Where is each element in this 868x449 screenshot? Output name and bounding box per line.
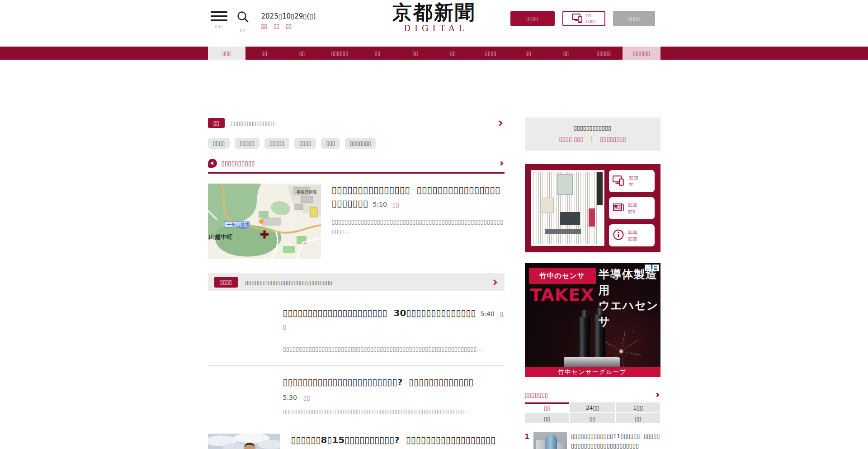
svg-text:山越中町: 山越中町 bbox=[209, 233, 232, 240]
chevron-right-icon bbox=[497, 120, 503, 126]
nav-item-6[interactable]: ▯▯ bbox=[396, 47, 434, 60]
nav-item-member[interactable]: ▯▯▯▯▯▯ bbox=[623, 47, 660, 60]
tag-chip-4[interactable]: ▯▯▯▯ bbox=[294, 138, 316, 149]
logo-subtitle: DIGITAL bbox=[392, 24, 476, 33]
ranking-tab-cat3[interactable]: ▯▯ bbox=[616, 413, 660, 423]
date-block: 2025▯10▯29▯(▯) ▯▯ ▯▯ ▯▯ bbox=[261, 12, 316, 29]
article-3-excerpt: ▯▯▯▯▯▯▯▯▯▯▯▯▯▯▯▯▯▯▯▯▯▯▯▯▯▯▯▯▯▯▯▯▯▯▯▯▯▯▯▯… bbox=[283, 406, 505, 416]
ranking-item-1[interactable]: 1 ▯▯▯▯▯▯▯▯▯▯▯▯▯11▯▯▯▯▯▯ ▯▯▯▯▯▯▯▯▯▯▯▯▯▯▯▯… bbox=[525, 432, 660, 449]
ad-brand-logo: TAKEX bbox=[529, 285, 596, 305]
takex-ad[interactable]: 竹中のセンサ TAKEX 半導体製造用 ウエハセンサ ⓘ 竹中センサーグループ bbox=[525, 263, 660, 377]
article-2-title[interactable]: ▯▯▯▯▯▯▯▯▯▯▯▯▯▯▯▯▯▯▯▯▯ 30▯▯▯▯▯▯▯▯▯▯▯▯▯▯5:… bbox=[283, 307, 505, 332]
ranking-number: 1 bbox=[525, 432, 529, 449]
info-panel-button[interactable]: ▯▯▯▯▯▯▯▯ bbox=[609, 224, 655, 246]
nav-item-10[interactable]: ▯▯ bbox=[547, 47, 585, 60]
ranking-tabs: ▯▯ 24▯▯ 1▯▯ ▯▯ ▯▯ ▯▯ bbox=[525, 402, 660, 423]
chevron-right-icon bbox=[499, 161, 503, 165]
article-4: ▯▯▯▯▯▯8▯15▯▯▯▯▯▯▯▯▯▯? ▯▯▯▯▯▯▯▯▯▯▯▯▯▯▯▯▯▯… bbox=[208, 428, 505, 449]
svg-text:宇多野病院: 宇多野病院 bbox=[297, 190, 317, 194]
kyoto-shimbun-digital-page: ▯▯▯ ▯▯ 2025▯10▯29▯(▯) ▯▯ ▯▯ ▯▯ 京都新聞 DIGI… bbox=[0, 0, 868, 449]
register-button[interactable]: ▯▯▯▯ bbox=[510, 11, 555, 26]
nav-item-top[interactable]: ▯▯▯ bbox=[208, 47, 245, 60]
edition-link-1[interactable]: ▯▯ bbox=[261, 23, 267, 29]
adchoices-icon[interactable] bbox=[652, 265, 659, 271]
ranking-tab-cat1[interactable]: ▯▯ bbox=[525, 413, 570, 423]
menu-button[interactable]: ▯▯▯ bbox=[211, 11, 227, 28]
access-ranking: ▯▯▯▯▯▯▯ ▯▯ 24▯▯ 1▯▯ ▯▯ ▯▯ ▯▯ 1 ▯▯▯▯▯▯▯ bbox=[525, 391, 660, 449]
edition-link-3[interactable]: ▯▯ bbox=[286, 23, 292, 29]
viewer-panel-button[interactable]: ▯▯▯▯▯▯ bbox=[609, 170, 655, 192]
section-title: ▯▯▯▯▯▯▯▯▯▯ bbox=[222, 160, 255, 167]
article-3-thumbnail-placeholder[interactable] bbox=[208, 376, 272, 416]
nav-item-8[interactable]: ▯▯▯▯ bbox=[472, 47, 509, 60]
edition-link-2[interactable]: ▯▯ bbox=[274, 23, 279, 29]
topic-tags: ▯▯▯▯ ▯▯▯▯▯ ▯▯▯▯▯ ▯▯▯▯ ▯▯▯ ▯▯▯▯▯▯▯ bbox=[208, 138, 505, 149]
svg-text:一条山越通: 一条山越通 bbox=[226, 222, 249, 227]
search-label: ▯▯ bbox=[240, 28, 245, 33]
notice-badge: ▯▯▯▯ bbox=[214, 277, 238, 288]
ranking-header[interactable]: ▯▯▯▯▯▯▯ bbox=[525, 391, 660, 398]
article-2-thumbnail-placeholder[interactable] bbox=[208, 307, 272, 354]
info-link-1[interactable]: ▯▯▯▯ ▯▯▯ bbox=[559, 136, 583, 142]
person-photo-image bbox=[208, 434, 280, 449]
site-logo[interactable]: 京都新聞 DIGITAL bbox=[392, 2, 476, 33]
newspaper-frontpage-image[interactable] bbox=[531, 170, 604, 246]
paper-viewer-button[interactable]: ▯▯ ▯▯▯▯ bbox=[562, 11, 605, 26]
nav-item-2[interactable]: ▯▯ bbox=[245, 47, 283, 60]
nav-item-3[interactable]: ▯▯ bbox=[283, 47, 321, 60]
info-icon bbox=[613, 229, 624, 242]
tag-chip-1[interactable]: ▯▯▯▯ bbox=[208, 138, 230, 149]
ranking-tab-1w[interactable]: 1▯▯ bbox=[616, 402, 660, 412]
article-1-title[interactable]: ▯▯▯▯▯▯▯▯▯▯▯▯▯▯▯ ▯▯▯▯▯▯▯▯▯▯▯▯▯▯▯▯▯▯▯▯▯▯▯5… bbox=[332, 184, 505, 211]
breaking-headline: ▯▯▯▯▯▯▯▯▯▯▯▯▯▯ bbox=[231, 120, 276, 127]
article-2: ▯▯▯▯▯▯▯▯▯▯▯▯▯▯▯▯▯▯▯▯▯ 30▯▯▯▯▯▯▯▯▯▯▯▯▯▯5:… bbox=[208, 307, 505, 354]
ranking-tab-cat2[interactable]: ▯▯ bbox=[570, 413, 615, 423]
article-3: ▯▯▯▯▯▯▯▯▯▯▯▯▯▯▯▯▯▯▯▯▯▯▯? ▯▯▯▯▯▯▯▯▯▯▯▯▯ 5… bbox=[208, 366, 505, 416]
breaking-news-row[interactable]: ▯▯ ▯▯▯▯▯▯▯▯▯▯▯▯▯▯ bbox=[208, 118, 505, 128]
ranking-tab-24h[interactable]: 24▯▯ bbox=[570, 402, 615, 412]
subscription-panel: ▯▯▯▯▯▯ ▯▯▯▯▯▯▯ ▯▯▯▯▯▯▯▯ bbox=[525, 164, 660, 252]
logo-title: 京都新聞 bbox=[392, 2, 476, 23]
nav-item-4[interactable]: ▯▯▯▯▯▯ bbox=[321, 47, 359, 60]
article-1-map-thumbnail[interactable]: 一条山越通 山越中町 宇多野病院 bbox=[208, 184, 321, 259]
ad-info-icon[interactable]: ⓘ bbox=[645, 265, 651, 271]
devices-icon bbox=[613, 175, 625, 187]
article-2-excerpt: ▯▯▯▯▯▯▯▯▯▯▯▯▯▯▯▯▯▯▯▯▯▯▯▯▯▯▯▯▯▯▯▯▯▯▯▯▯▯▯▯… bbox=[283, 344, 505, 354]
nav-item-11[interactable]: ▯▯▯▯▯ bbox=[585, 47, 623, 60]
tag-chip-5[interactable]: ▯▯▯ bbox=[321, 138, 340, 149]
article-4-photo-thumbnail[interactable] bbox=[208, 434, 280, 449]
ranking-title: ▯▯▯▯▯▯▯ bbox=[525, 391, 548, 398]
global-nav: ▯▯▯ ▯▯ ▯▯ ▯▯▯▯▯▯ ▯▯ ▯▯ ▯▯ ▯▯▯▯ ▯▯ ▯▯ ▯▯▯… bbox=[0, 47, 868, 60]
notice-banner[interactable]: ▯▯▯▯ ▯▯▯▯▯▯▯▯▯▯▯▯▯▯▯▯▯▯▯▯▯▯▯▯▯▯▯ bbox=[208, 273, 505, 291]
article-1-tag: ▯▯ bbox=[392, 201, 399, 208]
ad-headline: 半導体製造用 ウエハセンサ bbox=[599, 267, 660, 329]
ranking-tab-now[interactable]: ▯▯ bbox=[525, 402, 570, 412]
tag-chip-2[interactable]: ▯▯▯▯▯ bbox=[235, 138, 259, 149]
devices-icon bbox=[572, 13, 584, 24]
tag-chip-6[interactable]: ▯▯▯▯▯▯▯ bbox=[345, 138, 376, 149]
breaking-badge: ▯▯ bbox=[208, 118, 225, 128]
article-3-time: 5:30 bbox=[283, 394, 297, 401]
menu-label: ▯▯▯ bbox=[215, 24, 223, 28]
newspaper-icon bbox=[613, 202, 624, 214]
chevron-right-icon bbox=[491, 279, 497, 285]
article-4-title[interactable]: ▯▯▯▯▯▯8▯15▯▯▯▯▯▯▯▯▯▯? ▯▯▯▯▯▯▯▯▯▯▯▯▯▯▯▯▯▯ bbox=[291, 434, 505, 446]
current-date: 2025▯10▯29▯(▯) bbox=[261, 12, 316, 20]
info-link-2[interactable]: ▯▯▯▯▯▯▯▯ bbox=[600, 136, 626, 142]
article-2-time: 5:40 bbox=[480, 310, 494, 317]
viewer-label-line1: ▯▯ bbox=[586, 13, 591, 18]
map-image: 一条山越通 山越中町 宇多野病院 bbox=[208, 184, 321, 259]
article-1-time: 5:10 bbox=[373, 201, 387, 208]
search-button[interactable]: ▯▯ bbox=[236, 10, 250, 33]
chevron-right-icon bbox=[655, 392, 659, 397]
news-section-header[interactable]: ▯▯▯▯▯▯▯▯▯▯ bbox=[208, 159, 505, 174]
tag-chip-3[interactable]: ▯▯▯▯▯ bbox=[264, 138, 289, 149]
article-3-title[interactable]: ▯▯▯▯▯▯▯▯▯▯▯▯▯▯▯▯▯▯▯▯▯▯▯? ▯▯▯▯▯▯▯▯▯▯▯▯▯ bbox=[283, 376, 505, 388]
main-column: ▯▯ ▯▯▯▯▯▯▯▯▯▯▯▯▯▯ ▯▯▯▯ ▯▯▯▯▯ ▯▯▯▯▯ ▯▯▯▯ … bbox=[208, 118, 505, 449]
nav-item-7[interactable]: ▯▯ bbox=[434, 47, 472, 60]
nav-item-5[interactable]: ▯▯ bbox=[359, 47, 396, 60]
nav-item-9[interactable]: ▯▯ bbox=[509, 47, 547, 60]
login-button[interactable]: ▯▯▯▯ bbox=[613, 11, 655, 26]
backnumber-panel-button[interactable]: ▯▯▯▯▯▯▯ bbox=[609, 197, 655, 219]
ranking-item-text: ▯▯▯▯▯▯▯▯▯▯▯▯▯11▯▯▯▯▯▯ ▯▯▯▯▯▯▯▯▯▯▯▯▯▯▯▯▯▯… bbox=[571, 432, 660, 449]
